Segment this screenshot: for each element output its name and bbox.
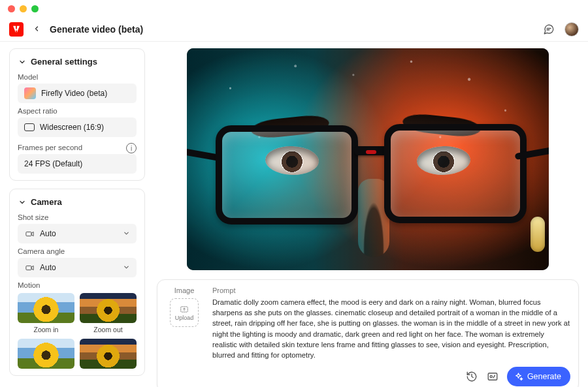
motion-thumb-zoom-in — [18, 293, 74, 323]
motion-label: Motion — [18, 281, 137, 289]
history-button[interactable] — [465, 370, 478, 383]
general-settings-panel: General settings Model Firefly Video (be… — [9, 48, 145, 181]
aspect-ratio-label: Aspect ratio — [18, 107, 137, 115]
camera-angle-label: Camera angle — [18, 247, 137, 255]
fps-value: 24 FPS (Default) — [24, 159, 82, 168]
model-label: Model — [18, 73, 137, 81]
window-minimize-icon[interactable] — [20, 5, 27, 12]
generate-button-label: Generate — [527, 372, 561, 381]
adobe-logo-icon — [9, 22, 24, 37]
motion-thumb-extra-2 — [80, 339, 137, 369]
video-preview[interactable] — [187, 48, 549, 270]
chevron-down-icon — [123, 230, 130, 238]
prompt-column-label: Prompt — [212, 286, 570, 294]
shot-size-label: Shot size — [18, 213, 137, 221]
main-area: Image Upload Prompt Dramatic dolly zoom … — [152, 42, 588, 387]
widescreen-icon — [24, 122, 35, 132]
upload-icon — [179, 305, 189, 314]
motion-option-zoom-out[interactable]: Zoom out — [80, 293, 137, 333]
generate-button[interactable]: Generate — [507, 367, 570, 386]
window-titlebar — [0, 0, 588, 17]
image-column-label: Image — [174, 286, 195, 294]
motion-label-zoom-in: Zoom in — [34, 326, 59, 333]
window-close-icon[interactable] — [8, 5, 15, 12]
motion-thumb-zoom-out — [80, 293, 137, 323]
motion-option-extra-1[interactable] — [18, 339, 74, 369]
shot-size-value: Auto — [40, 229, 56, 238]
sparkle-icon — [514, 372, 523, 382]
motion-option-extra-2[interactable] — [80, 339, 137, 369]
window-zoom-icon[interactable] — [31, 5, 39, 12]
page-title: Generate video (beta) — [50, 24, 143, 35]
camera-angle-select[interactable]: Auto — [18, 258, 137, 277]
camera-icon — [24, 228, 35, 239]
svg-rect-4 — [25, 266, 31, 270]
general-settings-heading: General settings — [31, 57, 97, 67]
firefly-model-icon — [24, 87, 36, 99]
motion-label-zoom-out: Zoom out — [93, 326, 122, 333]
fps-info-icon[interactable]: i — [126, 143, 137, 153]
feedback-icon[interactable] — [542, 23, 555, 36]
camera-panel-toggle[interactable]: Camera — [18, 197, 137, 207]
camera-angle-value: Auto — [40, 263, 56, 272]
upload-image-button[interactable]: Upload — [170, 298, 199, 327]
chevron-down-icon — [123, 264, 130, 272]
shot-size-select[interactable]: Auto — [18, 224, 137, 243]
camera-panel: Camera Shot size Auto Camera angle Auto — [9, 189, 145, 376]
user-avatar[interactable] — [564, 22, 579, 37]
aspect-ratio-select[interactable]: Widescreen (16:9) — [18, 117, 137, 137]
svg-point-8 — [490, 376, 492, 378]
settings-sidebar: General settings Model Firefly Video (be… — [0, 42, 152, 387]
chevron-down-icon — [18, 198, 27, 207]
motion-option-zoom-in[interactable]: Zoom in — [18, 293, 74, 333]
back-button[interactable] — [30, 21, 43, 37]
camera-icon — [24, 262, 35, 273]
fps-label: Frames per second — [18, 144, 82, 151]
aspect-ratio-value: Widescreen (16:9) — [40, 123, 104, 132]
model-value: Firefly Video (beta) — [41, 89, 107, 98]
general-settings-toggle[interactable]: General settings — [18, 57, 137, 67]
motion-thumb-extra-1 — [18, 339, 74, 369]
svg-rect-2 — [25, 232, 31, 236]
top-bar: Generate video (beta) — [0, 17, 588, 42]
fps-select[interactable]: 24 FPS (Default) — [18, 154, 137, 174]
camera-heading: Camera — [31, 197, 62, 207]
prompt-bar: Image Upload Prompt Dramatic dolly zoom … — [157, 279, 579, 387]
prompt-input[interactable]: Dramatic dolly zoom camera effect, the m… — [212, 297, 570, 360]
model-select[interactable]: Firefly Video (beta) — [18, 84, 137, 103]
prompt-settings-button[interactable] — [486, 370, 499, 383]
chevron-down-icon — [18, 57, 27, 67]
upload-label: Upload — [175, 315, 194, 321]
